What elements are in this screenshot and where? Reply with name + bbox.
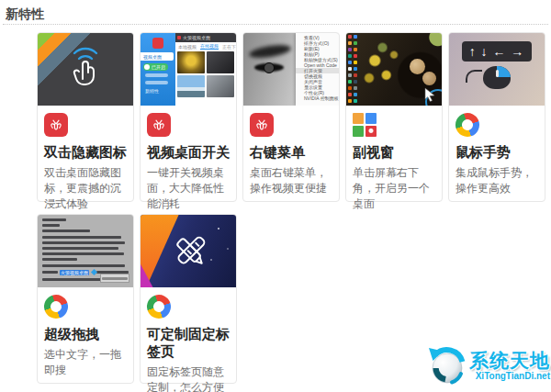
video-app-titlebar: 火萤视频桌面 bbox=[175, 33, 236, 42]
mouse-right-button bbox=[497, 66, 511, 77]
win-quad-red-firefly bbox=[365, 126, 377, 137]
text-line bbox=[42, 247, 118, 250]
tab-downloading: 正在下 bbox=[222, 44, 236, 50]
hide-icons-thumbnail bbox=[38, 33, 133, 106]
mouse-wheel bbox=[496, 70, 499, 77]
feature-description: 固定标签页随意定制，怎么方便怎么来 bbox=[147, 364, 230, 392]
windows-grid-icon bbox=[353, 113, 377, 137]
video-thumbnail-grid bbox=[177, 51, 234, 97]
feature-title: 右键菜单 bbox=[250, 143, 332, 161]
toggle-row: 已开启 bbox=[143, 63, 175, 71]
video-app-main: 火萤视频桌面 本地视频 在线视频 正在下 bbox=[175, 33, 236, 106]
watermark-site-link[interactable]: XiTongTianDi.net bbox=[476, 371, 550, 382]
tab-online-video: 在线视频 bbox=[200, 43, 219, 50]
feature-title: 超级拖拽 bbox=[44, 325, 127, 342]
desktop-icons-strip bbox=[348, 35, 352, 39]
context-menu-thumbnail: 查看(V) 排序方式(O) 刷新(E) 粘贴(P) 粘贴快捷方式(S) Open… bbox=[243, 33, 339, 106]
feature-card-custom-pinned-tabs[interactable]: 可定制固定标签页 固定标签页随意定制，怎么方便怎么来 bbox=[140, 214, 237, 384]
watermark-title: 系统天地 bbox=[469, 350, 550, 371]
win-quad-blue bbox=[365, 113, 377, 124]
super-drag-thumbnail: 火萤视频桌面 bbox=[38, 215, 133, 287]
feature-card-sub-window[interactable]: 副视窗 单击屏幕右下角，开启另一个桌面 bbox=[345, 32, 443, 202]
feature-card-mouse-gestures[interactable]: ↑ ↓ ← → 鼠标手势 集成鼠标手势，操作更高效 bbox=[448, 32, 545, 202]
mouse-gestures-thumbnail: ↑ ↓ ← → bbox=[449, 33, 545, 106]
feature-title: 视频桌面开关 bbox=[147, 143, 230, 161]
selected-text: 火萤视频桌面 bbox=[60, 270, 89, 275]
feature-card-hide-icons[interactable]: 双击隐藏图标 双击桌面隐藏图标，更震撼的沉浸式体验 bbox=[37, 32, 134, 202]
watermark-text: 系统天地 XiTongTianDi.net bbox=[469, 350, 550, 382]
sidebar-item bbox=[145, 81, 168, 84]
tab-local-video: 本地视频 bbox=[178, 44, 197, 50]
feature-title: 副视窗 bbox=[353, 143, 435, 161]
firefly-icon bbox=[147, 113, 171, 137]
text-line bbox=[42, 271, 58, 274]
text-line bbox=[42, 236, 121, 239]
feature-title: 鼠标手势 bbox=[455, 143, 538, 161]
section-title: 新特性 bbox=[6, 6, 44, 23]
color-ring-icon bbox=[144, 292, 174, 322]
feature-description: 单击屏幕右下角，开启另一个桌面 bbox=[353, 165, 435, 212]
feature-description: 一键开关视频桌面，大大降低性能消耗 bbox=[147, 165, 230, 212]
sphere-logo bbox=[427, 342, 467, 388]
video-thumb bbox=[177, 51, 205, 73]
search-tooltip bbox=[100, 274, 129, 283]
mouse-icon bbox=[483, 66, 511, 89]
app-logo-icon bbox=[177, 36, 181, 39]
text-line bbox=[42, 264, 125, 267]
menu-item-nvidia: NVIDIA 控制面板 bbox=[296, 95, 339, 101]
firefly-icon bbox=[250, 113, 274, 137]
toggle-label: 已开启 bbox=[152, 64, 165, 70]
feature-description: 选中文字，一拖即搜 bbox=[44, 347, 127, 378]
video-thumb bbox=[177, 75, 205, 97]
text-line bbox=[42, 252, 124, 255]
video-app-thumbnail: 火萤视频桌面 本地视频 在线视频 正在下 视频桌面 已开启 bbox=[141, 33, 236, 106]
spark-dots bbox=[218, 228, 219, 230]
sidebar-item-video-desktop: 视频桌面 bbox=[141, 52, 174, 61]
text-line bbox=[42, 241, 125, 244]
eyebrow-art bbox=[248, 42, 291, 60]
video-app-title: 火萤视频桌面 bbox=[183, 35, 210, 40]
feature-description: 集成鼠标手势，操作更高效 bbox=[455, 165, 538, 196]
dotted-divider bbox=[3, 24, 548, 25]
feature-title: 双击隐藏图标 bbox=[44, 143, 127, 161]
win-quad-yellow bbox=[353, 113, 364, 124]
color-ring-icon bbox=[41, 292, 72, 322]
toggle-knob bbox=[144, 64, 150, 70]
feature-description: 双击桌面隐藏图标，更震撼的沉浸式体验 bbox=[44, 165, 127, 212]
enabled-toggle: 已开启 bbox=[143, 63, 168, 71]
video-thumb bbox=[207, 75, 234, 97]
text-line bbox=[42, 258, 77, 261]
sidebar-item bbox=[145, 73, 168, 77]
feature-card-context-menu[interactable]: 查看(V) 排序方式(O) 刷新(E) 粘贴(P) 粘贴快捷方式(S) Open… bbox=[242, 32, 340, 202]
site-watermark: 系统天地 XiTongTianDi.net bbox=[427, 340, 550, 391]
touch-hand-icon bbox=[63, 44, 107, 92]
text-line bbox=[42, 224, 60, 227]
video-thumb bbox=[207, 51, 234, 73]
feature-card-grid: 双击隐藏图标 双击桌面隐藏图标，更震撼的沉浸式体验 火萤视频桌面 本地视频 在线… bbox=[37, 32, 551, 384]
video-app-sidebar: 视频桌面 已开启 新特性 bbox=[141, 33, 175, 106]
crossed-tools-icon bbox=[168, 230, 212, 274]
video-app-tabs: 本地视频 在线视频 正在下 bbox=[175, 42, 236, 50]
win-quad-green bbox=[353, 126, 364, 137]
hand-cursor-icon bbox=[423, 87, 436, 102]
text-line bbox=[42, 230, 90, 232]
firefly-logo-small bbox=[152, 38, 163, 49]
custom-tabs-thumbnail bbox=[141, 215, 236, 287]
iris-art bbox=[264, 62, 275, 73]
firefly-icon bbox=[44, 113, 68, 137]
sub-window-thumbnail bbox=[346, 33, 442, 106]
feature-card-video-desktop-switch[interactable]: 火萤视频桌面 本地视频 在线视频 正在下 视频桌面 已开启 bbox=[140, 32, 237, 202]
sidebar-item-new-features: 新特性 bbox=[145, 88, 175, 94]
mouse-cable-art bbox=[466, 70, 482, 83]
cookie-art bbox=[422, 72, 436, 85]
desktop-context-menu: 查看(V) 排序方式(O) 刷新(E) 粘贴(P) 粘贴快捷方式(S) Open… bbox=[296, 33, 339, 106]
feature-card-super-drag[interactable]: 火萤视频桌面 超级拖拽 选中文字，一拖即搜 bbox=[37, 214, 134, 384]
color-ring-icon bbox=[453, 110, 483, 140]
feature-title: 可定制固定标签页 bbox=[147, 325, 230, 360]
text-line bbox=[42, 218, 66, 221]
gesture-arrows: ↑ ↓ ← → bbox=[462, 41, 532, 62]
feature-description: 桌面右键菜单，操作视频更便捷 bbox=[250, 165, 332, 196]
cookie-art bbox=[410, 59, 425, 74]
tooltip-text-bar bbox=[102, 277, 128, 280]
